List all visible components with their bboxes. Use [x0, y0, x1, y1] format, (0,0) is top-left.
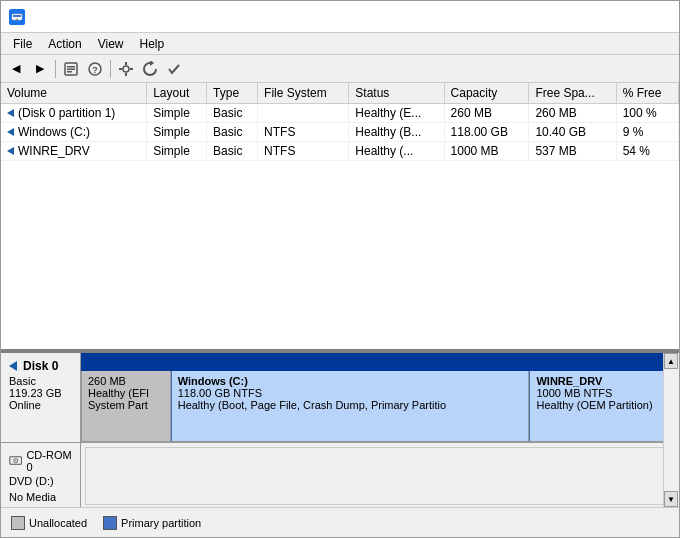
split-container: Volume Layout Type File System Status Ca… [1, 83, 679, 537]
legend-unallocated: Unallocated [11, 516, 87, 530]
partition-size: 260 MB [88, 375, 164, 387]
svg-rect-12 [119, 68, 122, 70]
partition-detail: Healthy (Boot, Page File, Crash Dump, Pr… [178, 399, 523, 411]
legend-label-unallocated: Unallocated [29, 517, 87, 529]
minimize-button[interactable] [529, 7, 575, 27]
partition-size: 1000 MB NTFS [536, 387, 672, 399]
cell-free: 10.40 GB [529, 123, 616, 142]
cell-status: Healthy (E... [349, 104, 444, 123]
close-button[interactable] [625, 7, 671, 27]
legend-box-unallocated [11, 516, 25, 530]
menu-help[interactable]: Help [132, 35, 173, 53]
disk0-partitions: 260 MB Healthy (EFI System Part Windows … [81, 371, 679, 442]
cell-layout: Simple [147, 123, 207, 142]
cell-status: Healthy (... [349, 142, 444, 161]
cdrom-row: CD-ROM 0 DVD (D:) No Media [1, 443, 679, 510]
disk0-row: Disk 0 Basic 119.23 GB Online 260 MB Hea… [1, 353, 679, 443]
legend-box-primary [103, 516, 117, 530]
svg-point-9 [123, 66, 129, 72]
cdrom-title: CD-ROM 0 [26, 449, 72, 473]
partition-label: Windows (C:) [178, 375, 523, 387]
table-row[interactable]: WINRE_DRV Simple Basic NTFS Healthy (...… [1, 142, 679, 161]
table-row[interactable]: (Disk 0 partition 1) Simple Basic Health… [1, 104, 679, 123]
cell-capacity: 118.00 GB [444, 123, 529, 142]
volumes-table: Volume Layout Type File System Status Ca… [1, 83, 679, 161]
cell-filesystem: NTFS [258, 142, 349, 161]
partition-label: WINRE_DRV [536, 375, 672, 387]
toolbar-forward[interactable]: ▶ [29, 58, 51, 80]
cell-free: 537 MB [529, 142, 616, 161]
cell-capacity: 260 MB [444, 104, 529, 123]
menu-file[interactable]: File [5, 35, 40, 53]
partition-detail: Healthy (OEM Partition) [536, 399, 672, 411]
cdrom-content [85, 447, 675, 505]
svg-point-16 [15, 460, 16, 461]
cell-status: Healthy (B... [349, 123, 444, 142]
cdrom-icon [9, 454, 22, 468]
app-icon [9, 9, 25, 25]
toolbar-sep1 [55, 60, 56, 78]
svg-rect-13 [130, 68, 133, 70]
lower-panel: Disk 0 Basic 119.23 GB Online 260 MB Hea… [1, 352, 679, 537]
svg-rect-6 [67, 71, 72, 73]
col-pct-free[interactable]: % Free [616, 83, 678, 104]
cell-volume: WINRE_DRV [1, 142, 147, 161]
col-status[interactable]: Status [349, 83, 444, 104]
disk0-type: Basic [9, 375, 72, 387]
cell-filesystem: NTFS [258, 123, 349, 142]
window-controls [529, 7, 671, 27]
restore-button[interactable] [577, 7, 623, 27]
disk0-size: 119.23 GB [9, 387, 72, 399]
disk0-status: Online [9, 399, 72, 411]
cell-capacity: 1000 MB [444, 142, 529, 161]
cell-type: Basic [207, 142, 258, 161]
col-volume[interactable]: Volume [1, 83, 147, 104]
disk0-partition-0[interactable]: 260 MB Healthy (EFI System Part [81, 371, 171, 442]
cell-layout: Simple [147, 104, 207, 123]
svg-point-2 [16, 18, 18, 20]
menu-bar: File Action View Help [1, 33, 679, 55]
menu-action[interactable]: Action [40, 35, 89, 53]
toolbar: ◀ ▶ ? [1, 55, 679, 83]
disk0-partition-2[interactable]: WINRE_DRV 1000 MB NTFS Healthy (OEM Part… [529, 371, 679, 442]
col-layout[interactable]: Layout [147, 83, 207, 104]
partition-detail: Healthy (EFI System Part [88, 387, 164, 411]
toolbar-check[interactable] [163, 58, 185, 80]
toolbar-settings[interactable] [115, 58, 137, 80]
legend-bar: Unallocated Primary partition [1, 507, 679, 537]
toolbar-sep2 [110, 60, 111, 78]
cell-type: Basic [207, 123, 258, 142]
toolbar-refresh[interactable] [139, 58, 161, 80]
svg-rect-10 [125, 62, 127, 65]
vertical-scrollbar[interactable]: ▲ ▼ [663, 353, 679, 507]
cell-filesystem [258, 104, 349, 123]
disk0-partition-1[interactable]: Windows (C:) 118.00 GB NTFS Healthy (Boo… [171, 371, 530, 442]
disk0-label: Disk 0 Basic 119.23 GB Online [1, 353, 81, 442]
table-row[interactable]: Windows (C:) Simple Basic NTFS Healthy (… [1, 123, 679, 142]
cdrom-label: CD-ROM 0 DVD (D:) No Media [1, 443, 81, 509]
col-type[interactable]: Type [207, 83, 258, 104]
legend-primary: Primary partition [103, 516, 201, 530]
toolbar-help[interactable]: ? [84, 58, 106, 80]
col-free[interactable]: Free Spa... [529, 83, 616, 104]
scroll-up-arrow[interactable]: ▲ [664, 353, 678, 369]
cell-free: 260 MB [529, 104, 616, 123]
cell-type: Basic [207, 104, 258, 123]
toolbar-properties[interactable] [60, 58, 82, 80]
svg-rect-5 [67, 68, 75, 70]
col-capacity[interactable]: Capacity [444, 83, 529, 104]
cell-pct-free: 9 % [616, 123, 678, 142]
svg-rect-1 [13, 15, 21, 17]
col-filesystem[interactable]: File System [258, 83, 349, 104]
cdrom-no-media: No Media [9, 491, 72, 503]
cell-pct-free: 100 % [616, 104, 678, 123]
menu-view[interactable]: View [90, 35, 132, 53]
scroll-down-arrow[interactable]: ▼ [664, 491, 678, 507]
toolbar-back[interactable]: ◀ [5, 58, 27, 80]
svg-text:?: ? [92, 65, 98, 75]
cdrom-drive: DVD (D:) [9, 475, 72, 487]
disk0-header-bar [81, 353, 679, 371]
table-panel: Volume Layout Type File System Status Ca… [1, 83, 679, 352]
window: File Action View Help ◀ ▶ ? [0, 0, 680, 538]
legend-label-primary: Primary partition [121, 517, 201, 529]
